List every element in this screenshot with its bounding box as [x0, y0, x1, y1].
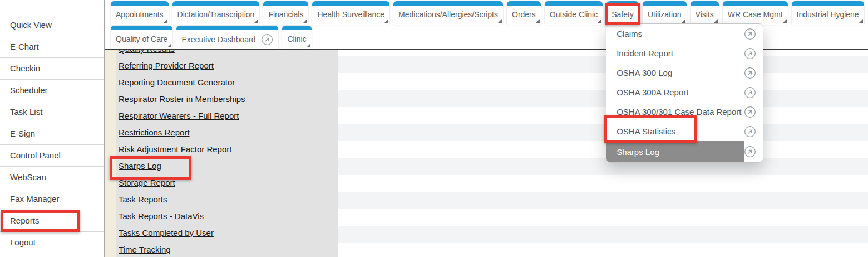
external-link-icon[interactable] [744, 47, 756, 60]
sidebar-item-task-list[interactable]: Task List [0, 101, 104, 123]
menu-item-label: OSHA 300/301 Case Data Report [617, 107, 741, 117]
sidebar-item-e-sign[interactable]: E-Sign [0, 123, 104, 144]
report-link-time-tracking[interactable]: Time Tracking [116, 241, 338, 257]
tab-quality-of-care[interactable]: Quality of Care [111, 26, 172, 49]
sidebar-item-scheduler[interactable]: Scheduler [0, 79, 104, 101]
tab-wr-case-mgmt[interactable]: WR Case Mgmt [723, 1, 788, 25]
report-link-task-reports[interactable]: Task Reports [116, 191, 338, 208]
report-link-respirator-wearers-full-report[interactable]: Respirator Wearers - Full Report [116, 108, 338, 124]
external-link-icon[interactable] [744, 106, 756, 118]
tab-label: WR Case Mgmt [728, 10, 783, 19]
tab-industrial-hygiene[interactable]: Industrial Hygiene [792, 1, 864, 25]
external-link-icon[interactable] [744, 67, 756, 79]
menu-item-osha-300-log[interactable]: OSHA 300 Log [606, 63, 763, 83]
sidebar-item-reports[interactable]: Reports [0, 210, 104, 231]
sidebar-item-logout[interactable]: Logout [0, 231, 104, 253]
report-link-tasks-completed-by-user[interactable]: Tasks Completed by User [116, 225, 338, 241]
report-link-respirator-roster-in-memberships[interactable]: Respirator Roster in Memberships [116, 91, 338, 108]
tab-label: Orders [512, 10, 536, 19]
reports-link-list-inner: Quality Results Referring Provider Repor… [116, 50, 338, 257]
tab-label: Safety [611, 10, 634, 19]
external-link-icon[interactable] [261, 33, 273, 46]
tab-medications-allergies-scripts[interactable]: Medications/Allergies/Scripts [393, 1, 503, 25]
report-link-risk-adjustment-factor-report[interactable]: Risk Adjustment Factor Report [116, 141, 338, 158]
tab-orders[interactable]: Orders [507, 1, 541, 25]
safety-dropdown-menu: Claims Incident Report OSHA 300 Log OSHA… [606, 23, 763, 163]
tab-safety[interactable]: Safety Claims Incident Report OSHA 300 L… [606, 1, 639, 25]
module-tabs-row-2: Quality of Care Executive Dashboard Clin… [111, 26, 312, 49]
sidebar-item-e-chart[interactable]: E-Chart [0, 36, 104, 57]
tab-label: Clinic [287, 35, 306, 43]
sidebar-item-control-panel[interactable]: Control Panel [0, 144, 104, 166]
report-link-restrictions-report[interactable]: Restrictions Report [116, 124, 338, 141]
tab-executive-dashboard[interactable]: Executive Dashboard [176, 26, 278, 49]
menu-item-label: OSHA Statistics [617, 127, 675, 136]
tab-label: Medications/Allergies/Scripts [398, 10, 498, 19]
reports-link-list: Quality Results Referring Provider Repor… [116, 50, 338, 257]
sidebar-item-checkin[interactable]: Checkin [0, 57, 104, 79]
menu-item-label: Claims [617, 29, 642, 38]
tab-financials[interactable]: Financials [263, 1, 308, 25]
tab-clinic[interactable]: Clinic [282, 26, 311, 49]
report-link-quality-results[interactable]: Quality Results [116, 50, 338, 57]
sidebar: Quick View E-Chart Checkin Scheduler Tas… [0, 0, 105, 257]
tab-label: Appointments [116, 10, 164, 19]
external-link-icon[interactable] [744, 86, 756, 99]
report-link-storage-report[interactable]: Storage Report [116, 174, 338, 191]
external-link-icon[interactable] [744, 125, 756, 138]
content-background-top [338, 50, 868, 56]
menu-item-osha-300-301-case-data-report[interactable]: OSHA 300/301 Case Data Report [606, 102, 763, 122]
sidebar-item-fax-manager[interactable]: Fax Manager [0, 188, 104, 210]
menu-item-sharps-log[interactable]: Sharps Log [606, 141, 763, 162]
tab-dictation-transcription[interactable]: Dictation/Transcription [172, 1, 260, 25]
tab-label: Utilization [648, 10, 682, 19]
tab-outside-clinic[interactable]: Outside Clinic [545, 1, 603, 25]
left-accent-strip [105, 50, 116, 257]
menu-item-label: OSHA 300A Report [617, 88, 688, 97]
tab-label: Industrial Hygiene [797, 10, 859, 19]
report-link-reporting-document-generator[interactable]: Reporting Document Generator [116, 74, 338, 91]
sidebar-menu: Quick View E-Chart Checkin Scheduler Tas… [0, 14, 104, 253]
sidebar-item-webscan[interactable]: WebScan [0, 166, 104, 188]
menu-item-label: OSHA 300 Log [617, 68, 672, 77]
menu-item-osha-300a-report[interactable]: OSHA 300A Report [606, 83, 763, 102]
tab-appointments[interactable]: Appointments [111, 1, 169, 25]
tab-label: Outside Clinic [550, 10, 598, 19]
menu-item-label: Incident Report [617, 49, 673, 58]
menu-item-claims[interactable]: Claims [606, 24, 763, 43]
external-link-icon[interactable] [744, 146, 756, 158]
menu-item-incident-report[interactable]: Incident Report [606, 43, 763, 63]
tab-label: Financials [268, 10, 303, 19]
tab-visits[interactable]: Visits [691, 1, 719, 25]
module-tabs-row-1: Appointments Dictation/Transcription Fin… [111, 1, 864, 25]
report-link-referring-provider-report[interactable]: Referring Provider Report [116, 57, 338, 74]
tab-label: Health Surveillance [317, 10, 384, 19]
tab-label: Dictation/Transcription [177, 10, 255, 19]
report-link-task-reports-datavis[interactable]: Task Reports - DataVis [116, 208, 338, 225]
menu-item-osha-statistics[interactable]: OSHA Statistics [606, 122, 763, 141]
tab-label: Quality of Care [116, 35, 167, 43]
tab-label: Executive Dashboard [181, 31, 255, 49]
content-rows-background [338, 56, 868, 257]
report-link-sharps-log[interactable]: Sharps Log [116, 158, 338, 174]
sidebar-item-quick-view[interactable]: Quick View [0, 14, 104, 36]
menu-item-label: Sharps Log [617, 147, 659, 157]
tab-health-surveillance[interactable]: Health Surveillance [312, 1, 389, 25]
external-link-icon[interactable] [744, 28, 756, 40]
tab-utilization[interactable]: Utilization [643, 1, 687, 25]
tab-label: Visits [696, 10, 714, 19]
